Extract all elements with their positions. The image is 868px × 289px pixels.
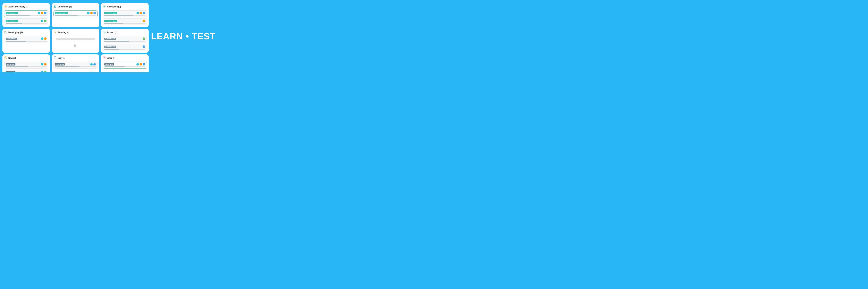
avatar bbox=[93, 12, 96, 14]
column-addressed: Addressed (2)OPPORTUNITYOPPORTUNITY bbox=[101, 3, 149, 27]
list-item[interactable]: SOLUTION bbox=[4, 62, 48, 69]
svg-point-10 bbox=[103, 31, 105, 33]
avatar bbox=[44, 63, 47, 66]
column-header-passed: Passed (2) bbox=[103, 31, 147, 34]
list-item[interactable]: OPPORTUNITY bbox=[4, 19, 48, 25]
avatar bbox=[143, 20, 145, 22]
column-title-now: Now (2) bbox=[8, 57, 16, 59]
avatar bbox=[140, 63, 142, 66]
column-next: Next (1)SOLUTION bbox=[52, 55, 99, 72]
status-badge: EXPERIMENT bbox=[6, 38, 18, 40]
avatar-group bbox=[38, 12, 47, 14]
brand-panel: LEARN • TEST • BUILD bbox=[151, 0, 217, 72]
svg-point-4 bbox=[54, 5, 56, 8]
avatar bbox=[44, 37, 47, 40]
avatar bbox=[143, 12, 145, 14]
avatar bbox=[90, 63, 93, 66]
column-header-now: Now (2) bbox=[4, 56, 48, 60]
column-title-running: Running (0) bbox=[58, 31, 69, 34]
column-title-passed: Passed (2) bbox=[107, 31, 117, 34]
status-badge: OPPORTUNITY bbox=[104, 12, 117, 14]
avatar bbox=[41, 20, 43, 22]
status-badge: SOLUTION bbox=[6, 63, 16, 66]
column-active-discovery: Active Discovery (2)OPPORTUNITYOPPORTUNI… bbox=[2, 3, 50, 27]
passed-icon bbox=[103, 31, 106, 34]
column-later: Later (1)SOLUTION bbox=[101, 55, 149, 72]
avatar-group bbox=[143, 20, 145, 22]
avatar-group bbox=[143, 37, 145, 40]
list-item[interactable]: SOLUTION bbox=[4, 70, 48, 72]
avatar-group bbox=[87, 12, 96, 14]
column-title-next: Next (1) bbox=[58, 57, 65, 59]
next-icon bbox=[54, 56, 57, 60]
avatar bbox=[136, 63, 139, 66]
avatar-group bbox=[41, 71, 47, 72]
empty-state bbox=[54, 36, 98, 51]
status-badge: OPPORTUNITY bbox=[6, 20, 19, 22]
column-header-committed: Committed (1) bbox=[54, 5, 98, 9]
column-title-active-discovery: Active Discovery (2) bbox=[8, 5, 28, 8]
status-badge: SOLUTION bbox=[6, 71, 16, 72]
status-badge: EXPERIMENT bbox=[104, 45, 116, 48]
column-title-committed: Committed (1) bbox=[58, 5, 72, 8]
avatar bbox=[44, 20, 47, 22]
avatar-group bbox=[90, 63, 96, 66]
svg-point-5 bbox=[103, 5, 105, 8]
list-item[interactable]: OPPORTUNITY bbox=[4, 10, 48, 17]
avatar bbox=[140, 12, 142, 14]
addressed-icon bbox=[103, 5, 106, 9]
avatar-group bbox=[41, 63, 47, 66]
list-item[interactable]: SOLUTION bbox=[54, 62, 98, 69]
now-icon bbox=[4, 56, 7, 60]
list-item[interactable]: OPPORTUNITY bbox=[103, 10, 147, 17]
column-header-active-discovery: Active Discovery (2) bbox=[4, 5, 48, 9]
list-item[interactable]: EXPERIMENT bbox=[4, 36, 48, 43]
avatar bbox=[41, 71, 43, 72]
running-icon bbox=[54, 31, 57, 34]
column-header-running: Running (0) bbox=[54, 31, 98, 34]
column-header-next: Next (1) bbox=[54, 56, 98, 60]
avatar bbox=[87, 12, 90, 14]
avatar bbox=[143, 37, 145, 40]
avatar bbox=[38, 12, 40, 14]
status-badge: OPPORTUNITY bbox=[104, 20, 117, 22]
kanban-board: Active Discovery (2)OPPORTUNITYOPPORTUNI… bbox=[0, 0, 151, 72]
developing-icon bbox=[4, 31, 7, 34]
avatar bbox=[136, 12, 139, 14]
column-title-addressed: Addressed (2) bbox=[107, 5, 121, 8]
avatar bbox=[41, 12, 43, 14]
avatar bbox=[44, 71, 47, 72]
status-badge: OPPORTUNITY bbox=[6, 12, 19, 14]
status-badge: EXPERIMENT bbox=[104, 38, 116, 40]
discovery-icon bbox=[4, 5, 7, 9]
column-passed: Passed (2)EXPERIMENTEXPERIMENT bbox=[101, 29, 149, 53]
avatar bbox=[90, 12, 93, 14]
status-badge: OPPORTUNITY bbox=[55, 12, 68, 14]
list-item[interactable]: EXPERIMENT bbox=[103, 44, 147, 51]
later-icon bbox=[103, 56, 106, 60]
column-title-later: Later (1) bbox=[107, 57, 115, 59]
committed-icon bbox=[54, 5, 57, 9]
column-running: Running (0) bbox=[52, 29, 99, 53]
column-now: Now (2)SOLUTIONSOLUTION bbox=[2, 55, 50, 72]
column-header-later: Later (1) bbox=[103, 56, 147, 60]
status-badge: SOLUTION bbox=[104, 63, 114, 66]
list-item[interactable]: SOLUTION bbox=[103, 62, 147, 69]
avatar bbox=[143, 45, 145, 48]
avatar bbox=[41, 37, 43, 40]
list-item[interactable]: OPPORTUNITY bbox=[103, 19, 147, 25]
list-item[interactable]: OPPORTUNITY bbox=[54, 10, 98, 17]
avatar-group bbox=[143, 45, 145, 48]
avatar-group bbox=[41, 20, 47, 22]
avatar-group bbox=[41, 37, 47, 40]
column-header-addressed: Addressed (2) bbox=[103, 5, 147, 9]
avatar-group bbox=[136, 12, 145, 14]
avatar bbox=[44, 12, 47, 14]
cursor-icon bbox=[73, 43, 78, 49]
avatar bbox=[41, 63, 43, 66]
column-title-developing: Developing (1) bbox=[8, 31, 23, 34]
avatar bbox=[93, 63, 96, 66]
list-item[interactable]: EXPERIMENT bbox=[103, 36, 147, 43]
avatar-group bbox=[136, 63, 145, 66]
column-committed: Committed (1)OPPORTUNITY bbox=[52, 3, 99, 27]
